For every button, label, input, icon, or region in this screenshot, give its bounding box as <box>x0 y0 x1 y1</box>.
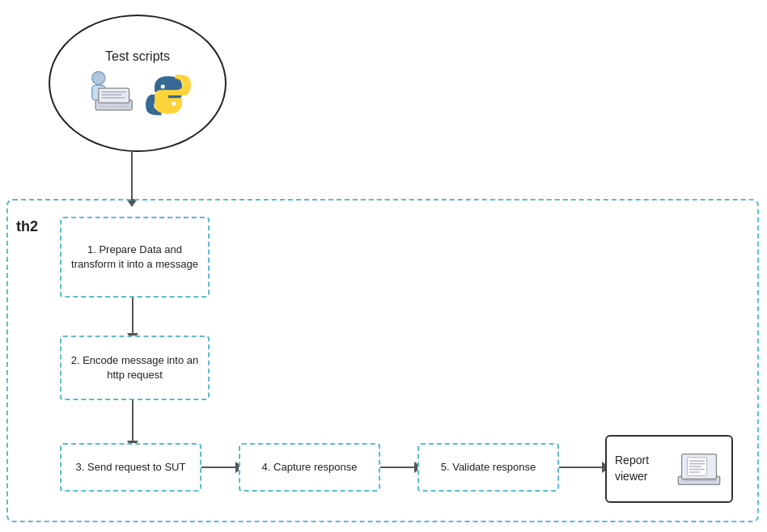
step5-label: 5. Validate response <box>441 460 536 475</box>
svg-point-9 <box>161 84 165 88</box>
step3-box: 3. Send request to SUT <box>60 443 201 492</box>
step4-box: 4. Capture response <box>239 443 380 492</box>
step2-label: 2. Encode message into an http request <box>68 353 201 382</box>
step1-box: 1. Prepare Data and transform it into a … <box>60 217 210 298</box>
test-scripts-oval: Test scripts <box>49 15 227 152</box>
connector-4-5 <box>380 467 417 468</box>
report-viewer-icon <box>675 447 723 492</box>
python-logo-icon: python™ <box>144 73 193 117</box>
connector-oval-to-main <box>131 152 133 202</box>
connector-3-4 <box>201 467 239 468</box>
svg-point-0 <box>92 71 105 84</box>
svg-rect-3 <box>99 88 129 103</box>
report-viewer-box: Report viewer <box>605 435 733 503</box>
step5-box: 5. Validate response <box>417 443 559 492</box>
main-label: th2 <box>16 218 38 235</box>
svg-point-10 <box>172 102 176 106</box>
connector-1-2 <box>132 298 133 336</box>
test-scripts-label: Test scripts <box>105 49 170 64</box>
connector-5-report <box>559 467 605 468</box>
person-laptop-icon <box>83 69 141 117</box>
connector-2-3 <box>132 400 133 444</box>
step3-label: 3. Send request to SUT <box>76 460 186 475</box>
step1-label: 1. Prepare Data and transform it into a … <box>68 243 201 272</box>
step4-label: 4. Capture response <box>262 460 358 475</box>
oval-icons: python™ <box>83 69 193 117</box>
report-viewer-label: Report viewer <box>615 453 668 484</box>
step2-box: 2. Encode message into an http request <box>60 336 210 400</box>
